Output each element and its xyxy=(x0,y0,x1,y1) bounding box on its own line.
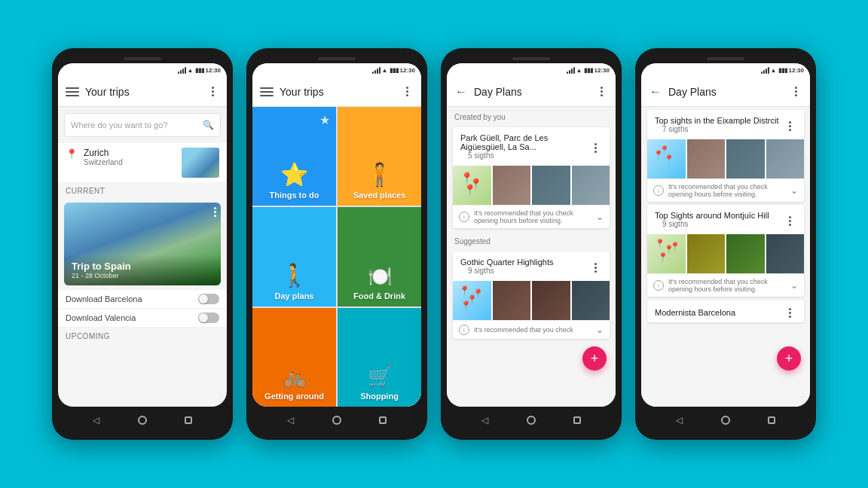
plan-card-gothic[interactable]: Gothic Quarter Highlights 9 sigths 📍 📍 📍 xyxy=(453,252,610,339)
plan-photo-1c xyxy=(572,166,610,205)
things-icon: ⭐ xyxy=(280,161,308,188)
fab-4[interactable]: + xyxy=(777,346,801,371)
time-1: 12:30 xyxy=(206,67,221,74)
plan-photo-2a xyxy=(493,281,531,320)
plan-map-2: 📍 📍 📍 📍 xyxy=(453,281,491,320)
more-icon-2[interactable] xyxy=(400,85,414,99)
nav-recents-1[interactable] xyxy=(182,414,194,426)
info-text-montjuic: It's recommended that you check opening … xyxy=(668,278,786,293)
nav-back-2[interactable]: ◁ xyxy=(285,414,297,426)
hamburger-icon-1[interactable] xyxy=(66,85,79,99)
download-label-barcelona: Download Barcelona xyxy=(66,294,198,303)
plan-card-header-2: Gothic Quarter Highlights 9 sigths xyxy=(453,252,610,281)
plan-map-montjuic: 📍 📍 📍 📍 xyxy=(647,234,686,273)
toggle-barcelona[interactable] xyxy=(198,294,219,304)
info-icon-eixample: i xyxy=(653,185,664,196)
plan-images-montjuic: 📍 📍 📍 📍 xyxy=(647,234,804,273)
search-icon-1: 🔍 xyxy=(203,120,214,130)
section-suggested: Suggested xyxy=(447,231,616,249)
app-bar-3: ← Day Plans xyxy=(447,77,616,107)
plan-more-modernista[interactable] xyxy=(783,306,796,319)
hamburger-icon-2[interactable] xyxy=(260,85,274,99)
plan-photo-mc xyxy=(766,234,805,273)
tile-getting-around[interactable]: 🚲 Getting around xyxy=(252,308,336,407)
plan-photo-2c xyxy=(572,281,610,320)
map-bg-montjuic: 📍 📍 📍 📍 xyxy=(647,234,686,273)
nav-recents-2[interactable] xyxy=(377,414,389,426)
nav-home-4[interactable] xyxy=(720,414,732,426)
expand-icon-montjuic[interactable]: ⌄ xyxy=(790,280,798,291)
tile-saved-places[interactable]: 🧍 Saved places xyxy=(338,107,421,206)
day-icon: 🚶 xyxy=(280,262,308,288)
toggle-knob-barcelona xyxy=(199,294,208,303)
pin-e3: 📍 xyxy=(653,150,664,160)
more-icon-3[interactable] xyxy=(594,85,608,99)
plan-info-montjuic: i It's recommended that you check openin… xyxy=(647,273,804,297)
plan-card-modernista[interactable]: Modernista Barcelona xyxy=(647,300,804,322)
app-title-3: Day Plans xyxy=(474,86,588,98)
trip-title-1: Trip to Spain xyxy=(72,261,213,272)
plan-more-eixample[interactable] xyxy=(783,120,796,133)
plan-card-eixample[interactable]: Top sights in the Eixample Distrcit 7 si… xyxy=(647,110,804,202)
info-text-2: It's recommended that you check xyxy=(474,326,591,334)
expand-icon-2[interactable]: ⌄ xyxy=(596,325,604,335)
app-bar-1: Your trips xyxy=(58,77,227,107)
plan-images-1: 📍 📍 📍 xyxy=(453,166,610,205)
app-bar-2: Your trips xyxy=(252,77,421,107)
plan-info-2: i It's recommended that you check ⌄ xyxy=(453,320,610,339)
info-icon-1: i xyxy=(459,212,469,222)
plan-card-park-guell[interactable]: Park Güell, Parc de Les Aigüesgüell, La … xyxy=(453,127,610,228)
plan-header-eixample: Top sights in the Eixample Distrcit 7 si… xyxy=(647,110,804,139)
battery-icon-4: ▮▮▮ xyxy=(778,67,787,74)
battery-icon-3: ▮▮▮ xyxy=(584,67,593,74)
toggle-valencia[interactable] xyxy=(198,313,219,323)
nav-back-1[interactable]: ◁ xyxy=(90,414,102,426)
plan-more-2[interactable] xyxy=(588,261,602,275)
nav-recents-3[interactable] xyxy=(571,414,583,426)
nav-home-2[interactable] xyxy=(331,414,343,426)
plan-more-montjuic[interactable] xyxy=(783,215,796,228)
wifi-icon-1: ▲ xyxy=(188,67,194,74)
tiles-grid: ★ ⭐ Things to do 🧍 Saved places 🚶 Day pl… xyxy=(252,107,421,407)
back-icon-4[interactable]: ← xyxy=(649,85,662,99)
search-bar-1[interactable]: Where do you want to go? 🔍 xyxy=(64,113,221,137)
tile-food-drink[interactable]: 🍽️ Food & Drink xyxy=(338,207,421,306)
info-icon-2: i xyxy=(459,325,469,335)
plan-title-wrapper-montjuic: Top Sights around Montjuïc Hill 9 sigths xyxy=(655,211,780,231)
wifi-icon-4: ▲ xyxy=(771,67,777,74)
tile-day-plans[interactable]: 🚶 Day plans xyxy=(252,207,336,306)
plan-title-2: Gothic Quarter Highlights xyxy=(460,258,585,267)
tile-label-shopping: Shopping xyxy=(360,392,399,401)
more-icon-4[interactable] xyxy=(789,85,802,99)
map-pin-2d: 📍 xyxy=(460,300,472,311)
zurich-image xyxy=(182,148,219,178)
plan-sights-montjuic: 9 sigths xyxy=(655,220,780,231)
expand-icon-1[interactable]: ⌄ xyxy=(596,212,604,222)
back-icon-3[interactable]: ← xyxy=(454,85,468,99)
download-row-valencia: Download Valencia xyxy=(58,309,227,328)
nav-recents-4[interactable] xyxy=(766,414,778,426)
plan-header-montjuic: Top Sights around Montjuïc Hill 9 sigths xyxy=(647,205,804,234)
nav-home-1[interactable] xyxy=(136,414,148,426)
nav-back-3[interactable]: ◁ xyxy=(479,414,491,426)
nav-home-3[interactable] xyxy=(525,414,537,426)
download-row-barcelona: Download Barcelona xyxy=(58,290,227,309)
trip-more-1[interactable] xyxy=(214,207,216,217)
nav-back-4[interactable]: ◁ xyxy=(674,414,686,426)
plan-photo-ma xyxy=(687,234,726,273)
signal-icon-4 xyxy=(761,66,769,74)
plan-photo-mb xyxy=(726,234,765,273)
tile-shopping[interactable]: 🛒 Shopping xyxy=(338,308,421,407)
trip-card-1[interactable]: Trip to Spain 21 - 28 October xyxy=(64,203,221,285)
expand-icon-eixample[interactable]: ⌄ xyxy=(790,185,798,196)
location-item-1[interactable]: 📍 Zurich Switzerland xyxy=(58,143,227,182)
status-bar-1: ▲ ▮▮▮ 12:30 xyxy=(58,63,227,77)
tile-things-to-do[interactable]: ★ ⭐ Things to do xyxy=(252,107,336,206)
signal-icon-3 xyxy=(567,66,575,74)
plan-images-eixample: 📍 📍 📍 xyxy=(647,139,804,178)
plan-more-1[interactable] xyxy=(588,142,602,155)
more-icon-1[interactable] xyxy=(206,85,219,99)
plan-card-montjuic[interactable]: Top Sights around Montjuïc Hill 9 sigths… xyxy=(647,205,804,297)
plan-sights-2: 9 sigths xyxy=(460,267,585,278)
fab-3[interactable]: + xyxy=(582,346,607,371)
